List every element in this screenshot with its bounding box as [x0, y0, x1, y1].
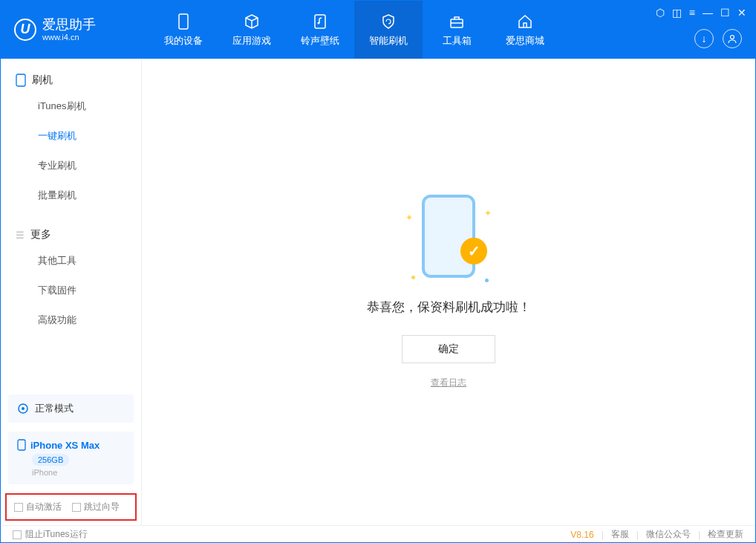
maximize-button[interactable]: ☐ — [720, 7, 730, 19]
success-message: 恭喜您，保资料刷机成功啦！ — [367, 299, 531, 316]
minimize-button[interactable]: — — [703, 7, 713, 19]
svg-point-7 — [22, 407, 25, 410]
cube-icon — [243, 13, 261, 30]
phone-icon — [16, 74, 26, 87]
app-header: U 爱思助手 www.i4.cn 我的设备 应用游戏 铃声壁纸 智能刷机 工具箱 — [1, 1, 755, 59]
success-check-icon: ✓ — [460, 238, 487, 264]
svg-rect-1 — [315, 15, 325, 28]
checkbox-auto-activate[interactable]: 自动激活 — [14, 501, 62, 513]
checkbox-skip-guide[interactable]: 跳过向导 — [72, 501, 120, 513]
device-name-text: iPhone XS Max — [30, 440, 100, 451]
nav-ringtones-wallpaper[interactable]: 铃声壁纸 — [286, 1, 354, 59]
success-illustration: ✦ ✦ ✓ — [404, 195, 493, 284]
phone-small-icon — [17, 439, 26, 451]
menu-icon[interactable]: ≡ — [689, 7, 695, 19]
checkbox-label: 跳过向导 — [84, 501, 120, 513]
app-logo-icon: U — [14, 19, 36, 41]
lock-icon[interactable]: ◫ — [672, 7, 682, 19]
shield-refresh-icon — [379, 13, 397, 30]
device-icon — [175, 13, 192, 30]
svg-rect-8 — [18, 440, 25, 450]
app-name: 爱思助手 — [42, 18, 96, 33]
svg-rect-0 — [179, 14, 188, 29]
ok-button[interactable]: 确定 — [402, 335, 495, 363]
separator: | — [698, 530, 700, 540]
nav-store[interactable]: 爱思商城 — [491, 1, 559, 59]
window-controls: ⬡ ◫ ≡ — ☐ ✕ — [656, 7, 746, 19]
sidebar-item-download-firmware[interactable]: 下载固件 — [1, 276, 141, 305]
sidebar-item-other-tools[interactable]: 其他工具 — [1, 246, 141, 276]
nav-apps-games[interactable]: 应用游戏 — [218, 1, 286, 59]
checkbox-label: 自动激活 — [26, 501, 62, 513]
device-mode-box[interactable]: 正常模式 — [8, 394, 134, 423]
device-info-box[interactable]: iPhone XS Max 256GB iPhone — [8, 432, 134, 484]
footer-link-update[interactable]: 检查更新 — [708, 528, 743, 541]
device-type: iPhone — [32, 468, 125, 477]
version-text: V8.16 — [570, 530, 593, 540]
shirt-icon[interactable]: ⬡ — [656, 7, 665, 19]
nav-label: 我的设备 — [164, 34, 203, 48]
sparkle-icon: ✦ — [484, 208, 492, 218]
checkbox-icon — [13, 530, 22, 539]
nav-my-device[interactable]: 我的设备 — [149, 1, 218, 59]
toolbox-icon — [448, 13, 466, 30]
list-icon: ☰ — [16, 230, 25, 241]
sparkle-icon: ✦ — [405, 212, 413, 223]
app-url: www.i4.cn — [42, 33, 96, 42]
nav-label: 爱思商城 — [506, 34, 544, 48]
status-bar: 阻止iTunes运行 V8.16 | 客服 | 微信公众号 | 检查更新 — [1, 525, 755, 543]
nav-label: 智能刷机 — [369, 34, 408, 48]
sidebar-section-flash: 刷机 — [1, 69, 141, 91]
options-highlighted-box: 自动激活 跳过向导 — [5, 493, 137, 521]
sidebar-item-pro-flash[interactable]: 专业刷机 — [1, 151, 141, 181]
mode-icon — [17, 403, 29, 414]
svg-rect-5 — [16, 74, 25, 86]
logo-area[interactable]: U 爱思助手 www.i4.cn — [1, 18, 149, 42]
mode-label: 正常模式 — [35, 402, 74, 415]
checkbox-icon — [14, 503, 23, 512]
nav-label: 工具箱 — [443, 34, 472, 48]
dot-icon — [411, 276, 415, 279]
checkbox-icon — [72, 503, 81, 512]
svg-point-2 — [318, 22, 320, 24]
device-storage: 256GB — [32, 454, 69, 466]
sidebar-item-oneclick-flash[interactable]: 一键刷机 — [1, 121, 141, 151]
separator: | — [602, 530, 604, 540]
checkbox-label: 阻止iTunes运行 — [25, 528, 88, 541]
sidebar: 刷机 iTunes刷机 一键刷机 专业刷机 批量刷机 ☰ 更多 其他工具 下载固… — [1, 59, 142, 525]
section-title: 刷机 — [32, 74, 53, 87]
home-icon — [516, 13, 534, 30]
music-icon — [311, 13, 329, 30]
nav-smart-flash[interactable]: 智能刷机 — [354, 1, 423, 59]
footer-link-wechat[interactable]: 微信公众号 — [646, 528, 691, 541]
nav-tabs: 我的设备 应用游戏 铃声壁纸 智能刷机 工具箱 爱思商城 — [149, 1, 559, 59]
footer-link-support[interactable]: 客服 — [611, 528, 629, 541]
view-log-link[interactable]: 查看日志 — [431, 377, 466, 389]
close-button[interactable]: ✕ — [737, 7, 746, 19]
download-icon[interactable]: ↓ — [694, 29, 714, 48]
nav-label: 铃声壁纸 — [301, 34, 339, 48]
separator: | — [636, 530, 639, 540]
dot-icon — [485, 279, 489, 282]
sidebar-item-itunes-flash[interactable]: iTunes刷机 — [1, 91, 141, 121]
svg-point-4 — [731, 36, 734, 39]
sidebar-section-more: ☰ 更多 — [1, 224, 141, 246]
nav-toolbox[interactable]: 工具箱 — [423, 1, 491, 59]
sidebar-item-batch-flash[interactable]: 批量刷机 — [1, 181, 141, 210]
sidebar-item-advanced[interactable]: 高级功能 — [1, 305, 141, 335]
checkbox-block-itunes[interactable]: 阻止iTunes运行 — [13, 528, 88, 541]
nav-label: 应用游戏 — [232, 34, 271, 48]
user-icon[interactable] — [723, 29, 742, 48]
section-title: 更多 — [30, 228, 51, 241]
header-actions: ↓ — [694, 29, 742, 48]
phone-illustration — [422, 195, 475, 278]
main-panel: ✦ ✦ ✓ 恭喜您，保资料刷机成功啦！ 确定 查看日志 — [142, 59, 755, 525]
